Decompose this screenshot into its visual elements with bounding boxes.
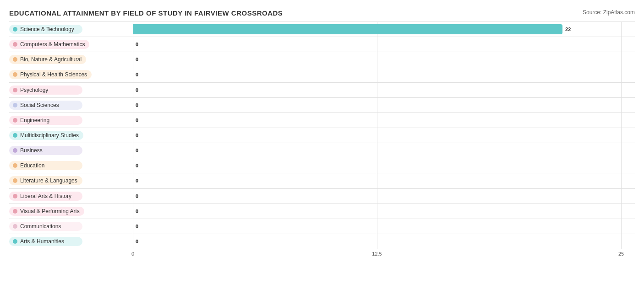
grid-line: [377, 113, 377, 128]
bar-value-area: 0: [133, 98, 635, 112]
bar-pill: Multidisciplinary Studies: [9, 131, 83, 140]
bar-pill: Bio, Nature & Agricultural: [9, 55, 86, 64]
bar-value-area: 0: [133, 128, 635, 143]
bar-row: Computers & Mathematics0: [9, 37, 635, 52]
bar-label-area: Multidisciplinary Studies: [9, 129, 133, 141]
bar-label: Bio, Nature & Agricultural: [20, 56, 82, 63]
bar-label: Science & Technology: [20, 26, 74, 32]
bar-value-label: 0: [136, 42, 138, 47]
grid-line: [133, 158, 133, 173]
x-axis-tick: 25: [618, 251, 624, 257]
bar-label: Engineering: [20, 117, 49, 123]
bar-dot: [13, 42, 17, 47]
bar-label-area: Science & Technology: [9, 23, 133, 35]
grid-line: [133, 204, 133, 219]
grid-line: [621, 22, 622, 37]
bar-value-label: 0: [136, 133, 138, 138]
bar-label: Liberal Arts & History: [20, 193, 71, 199]
bar-pill: Literature & Languages: [9, 176, 82, 185]
bar-value-label: 0: [136, 72, 138, 77]
bar-value-area: 22: [133, 22, 635, 37]
grid-line: [377, 158, 377, 173]
grid-line: [133, 128, 133, 143]
chart-area: Science & Technology22Computers & Mathem…: [9, 21, 635, 260]
grid-line: [377, 52, 377, 67]
bar-pill: Arts & Humanities: [9, 237, 82, 246]
grid-line: [621, 52, 622, 67]
bar-pill: Education: [9, 161, 82, 170]
grid-line: [377, 189, 377, 203]
bar-pill: Computers & Mathematics: [9, 40, 89, 49]
grid-line: [621, 37, 622, 52]
bar-label: Arts & Humanities: [20, 238, 64, 245]
bar-label: Social Sciences: [20, 102, 59, 108]
bar-pill: Communications: [9, 222, 82, 231]
bar-row: Education0: [9, 158, 635, 173]
grid-line: [133, 189, 133, 203]
bar-dot: [13, 194, 17, 198]
bar-value-area: 0: [133, 52, 635, 67]
bar-value-area: 0: [133, 173, 635, 188]
x-axis-tick: 12.5: [372, 251, 382, 257]
grid-line: [621, 204, 622, 219]
bar-value-label: 0: [136, 193, 138, 199]
bar-value-label: 0: [136, 87, 138, 93]
bar-label: Communications: [20, 223, 61, 230]
bar-label-area: Computers & Mathematics: [9, 38, 133, 50]
bar-value-label: 0: [136, 118, 138, 123]
grid-line: [621, 143, 622, 158]
bar-row: Physical & Health Sciences0: [9, 67, 635, 82]
bar-value-area: 0: [133, 204, 635, 219]
bar-row: Multidisciplinary Studies0: [9, 128, 635, 143]
bar-label: Multidisciplinary Studies: [20, 132, 79, 139]
bar-dot: [13, 224, 17, 229]
bar-label-area: Liberal Arts & History: [9, 190, 133, 202]
bar-value-area: 0: [133, 143, 635, 158]
bar-row: Business0: [9, 143, 635, 158]
grid-line: [377, 143, 377, 158]
bar-value-label: 0: [136, 239, 138, 244]
grid-line: [377, 234, 377, 249]
bar-dot: [13, 148, 17, 153]
bar-dot: [13, 118, 17, 123]
grid-line: [621, 158, 622, 173]
bar-pill: Business: [9, 146, 82, 155]
bar-label-area: Engineering: [9, 114, 133, 126]
bar-label-area: Education: [9, 160, 133, 171]
grid-line: [621, 234, 622, 249]
bar-row: Communications0: [9, 219, 635, 234]
bar-label: Education: [20, 162, 44, 169]
bar-value-label: 0: [136, 209, 138, 214]
grid-line: [133, 67, 133, 82]
bar-value-label: 0: [136, 102, 138, 108]
grid-line: [621, 128, 622, 143]
grid-line: [377, 83, 377, 97]
bar-dot: [13, 103, 17, 107]
bar-value-area: 0: [133, 158, 635, 173]
bar-dot: [13, 178, 17, 183]
x-axis-tick: 0: [131, 251, 134, 257]
bar-row: Social Sciences0: [9, 98, 635, 113]
bar-pill: Engineering: [9, 116, 82, 125]
bar-row: Literature & Languages0: [9, 173, 635, 188]
grid-line: [377, 67, 377, 82]
bar-label-area: Arts & Humanities: [9, 235, 133, 247]
bar-value-label: 0: [136, 224, 138, 229]
bar-label: Business: [20, 147, 43, 154]
bar-value-area: 0: [133, 234, 635, 249]
grid-line: [377, 219, 377, 234]
bar-value-area: 0: [133, 37, 635, 52]
grid-line: [377, 204, 377, 219]
bar-label-area: Literature & Languages: [9, 175, 133, 187]
bar-pill: Science & Technology: [9, 25, 82, 34]
grid-line: [133, 37, 133, 52]
bar-value-area: 0: [133, 189, 635, 203]
bar-dot: [13, 133, 17, 138]
bar-label-area: Communications: [9, 220, 133, 232]
grid-line: [377, 98, 377, 112]
grid-line: [377, 173, 377, 188]
grid-line: [621, 189, 622, 203]
grid-line: [133, 143, 133, 158]
bar-row: Engineering0: [9, 113, 635, 128]
grid-line: [133, 98, 133, 112]
